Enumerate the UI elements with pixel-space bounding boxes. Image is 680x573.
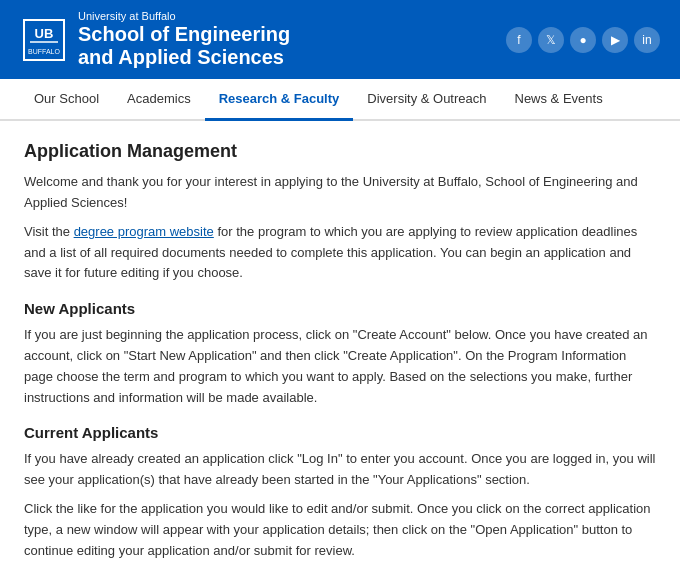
facebook-icon[interactable]: f <box>506 27 532 53</box>
ub-logo-icon: UB BUFFALO <box>20 16 68 64</box>
linkedin-icon[interactable]: in <box>634 27 660 53</box>
intro-paragraph-2: Visit the degree program website for the… <box>24 222 656 284</box>
university-label: University at Buffalo <box>78 10 290 23</box>
nav-our-school[interactable]: Our School <box>20 79 113 121</box>
current-applicants-text-1: If you have already created an applicati… <box>24 449 656 491</box>
youtube-icon[interactable]: ▶ <box>602 27 628 53</box>
page-title: Application Management <box>24 141 656 162</box>
social-icons: f 𝕏 ● ▶ in <box>506 27 660 53</box>
nav-research-faculty[interactable]: Research & Faculty <box>205 79 354 121</box>
new-applicants-text: If you are just beginning the applicatio… <box>24 325 656 408</box>
main-content: Application Management Welcome and thank… <box>0 121 680 573</box>
school-label: School of Engineeringand Applied Science… <box>78 23 290 69</box>
intro-paragraph-1: Welcome and thank you for your interest … <box>24 172 656 214</box>
degree-program-link[interactable]: degree program website <box>74 224 214 239</box>
intro2-before: Visit the <box>24 224 74 239</box>
twitter-icon[interactable]: 𝕏 <box>538 27 564 53</box>
current-applicants-text-2: Click the like for the application you w… <box>24 499 656 561</box>
nav-diversity[interactable]: Diversity & Outreach <box>353 79 500 121</box>
school-name: University at Buffalo School of Engineer… <box>78 10 290 69</box>
new-applicants-heading: New Applicants <box>24 300 656 317</box>
instagram-icon[interactable]: ● <box>570 27 596 53</box>
site-header: UB BUFFALO University at Buffalo School … <box>0 0 680 79</box>
nav-news-events[interactable]: News & Events <box>501 79 617 121</box>
svg-text:UB: UB <box>35 26 54 41</box>
nav-academics[interactable]: Academics <box>113 79 205 121</box>
logo-area: UB BUFFALO University at Buffalo School … <box>20 10 290 69</box>
current-applicants-heading: Current Applicants <box>24 424 656 441</box>
svg-text:BUFFALO: BUFFALO <box>28 48 60 55</box>
main-nav: Our School Academics Research & Faculty … <box>0 79 680 121</box>
